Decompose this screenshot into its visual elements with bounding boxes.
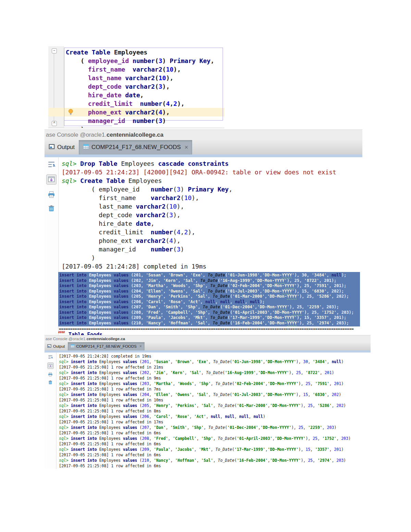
console-output-line: [2017-09-05 21:24:28] completed in 19ms bbox=[59, 354, 351, 359]
selected-sql-line: insert into Employees values (202, 'Jim'… bbox=[59, 278, 360, 284]
code-block-outline-edge bbox=[64, 120, 64, 126]
tab-table-label: COMP214_F17_68.NEW_FOODS bbox=[91, 144, 181, 151]
console-title-prefix: ase Console @oracle1. bbox=[46, 132, 107, 138]
output-console-icon bbox=[47, 344, 51, 349]
fold-end-icon[interactable]: ^ bbox=[52, 121, 57, 126]
console-tabbar: Output COMP214_F17_68.NEW_FOODS × bbox=[45, 342, 371, 351]
selected-sql-line: insert into Employees values (207, 'Dan'… bbox=[59, 305, 360, 310]
console-output-line: [2017-09-05 21:25:08] 1 row affected in … bbox=[59, 452, 351, 458]
console-tabbar: Output COMP214_F17_68.NEW_FOODS × bbox=[45, 140, 362, 155]
console-divider-strip bbox=[45, 350, 371, 352]
console-output-line: sql> insert into Employees values (210, … bbox=[59, 458, 351, 463]
editor-code-line: ) bbox=[66, 125, 214, 128]
editor-code-line: dept_code varchar2(3), bbox=[66, 82, 214, 91]
selected-sql-line: insert into Employees values (208, 'Fred… bbox=[59, 310, 360, 316]
editor-code-line: last_name varchar2(10), bbox=[66, 74, 214, 82]
selected-insert-statements[interactable]: insert into Employees values (201, 'Susa… bbox=[58, 272, 360, 326]
console-output-line: [2017-09-05 21:25:08] 1 row affected in … bbox=[59, 463, 351, 469]
database-console-small: ase Console @oracle1.centennialcollege.c… bbox=[45, 335, 371, 469]
console-output-line: [2017-09-05 21:25:08] 1 row affected in … bbox=[59, 408, 351, 414]
console-title: ase Console @oracle1.centennialcollege.c… bbox=[45, 130, 362, 140]
output-separator: ========================================… bbox=[59, 327, 354, 331]
scroll-to-end-icon[interactable] bbox=[46, 174, 57, 185]
console-output[interactable]: sql> Drop Table Employees cascade constr… bbox=[58, 159, 336, 271]
selected-sql-line: insert into Employees values (205, 'Henr… bbox=[59, 294, 360, 299]
console-output-line: ) bbox=[62, 253, 336, 262]
console-output-line: sql> insert into Employees values (203, … bbox=[59, 381, 351, 386]
console-output-line: credit_limit number(4,2), bbox=[62, 228, 336, 236]
console-output-line: sql> insert into Employees values (207, … bbox=[59, 425, 351, 430]
console-output-line: ( employee_id number(3) Primary Key, bbox=[62, 185, 336, 194]
console-output-line: sql> insert into Employees values (204, … bbox=[59, 392, 351, 397]
console-output-line: sql> insert into Employees values (208, … bbox=[59, 436, 351, 441]
table-grid-icon bbox=[71, 344, 75, 349]
console-output-line: [2017-09-05 21:25:08] 1 row affected in … bbox=[59, 419, 351, 425]
console-output[interactable]: [2017-09-05 21:24:28] completed in 19mss… bbox=[56, 354, 351, 469]
editor-code-line: first_name varchar2(10), bbox=[66, 65, 214, 74]
output-console-icon bbox=[49, 144, 55, 151]
console-title-prefix: ase Console @oracle1. bbox=[46, 337, 87, 341]
print-icon[interactable] bbox=[48, 191, 55, 198]
console-output-line: manager_id number(3) bbox=[62, 245, 336, 253]
console-output-line: last_name varchar2(10), bbox=[62, 202, 336, 211]
console-output-line: sql> insert into Employees values (209, … bbox=[59, 447, 351, 452]
tab-table-newfoods[interactable]: COMP214_F17_68.NEW_FOODS × bbox=[68, 342, 145, 350]
clear-trash-icon[interactable] bbox=[48, 205, 55, 212]
editor-code[interactable]: Create Table Employees ( employee_id num… bbox=[66, 48, 214, 128]
tab-table-newfoods[interactable]: COMP214_F17_68.NEW_FOODS × bbox=[79, 140, 192, 154]
row-marker: #### bbox=[58, 331, 65, 334]
console-output-line: phone_ext varchar2(4), bbox=[62, 236, 336, 245]
console-output-line: sql> insert into Employees values (202, … bbox=[59, 370, 351, 375]
clear-trash-icon[interactable] bbox=[48, 380, 53, 385]
tab-output-label: Output bbox=[57, 144, 75, 151]
console-output-line: [2017-09-05 21:25:08] 1 row affected in … bbox=[59, 375, 351, 381]
editor-code-line: manager_id number(3) bbox=[66, 116, 214, 125]
selected-sql-line: insert into Employees values (204, 'Elle… bbox=[59, 289, 360, 294]
editor-code-line: Create Table Employees bbox=[66, 48, 214, 57]
editor-code-line: phone_ext varchar2(4), bbox=[66, 108, 214, 116]
console-output-line: [2017-09-05 21:24:28] completed in 19ms bbox=[62, 262, 336, 271]
scroll-to-end-icon[interactable] bbox=[47, 362, 54, 369]
console-title-host: centennialcollege.ca bbox=[87, 337, 125, 341]
sql-editor[interactable]: − ^ Create Table Employees ( employee_id… bbox=[48, 46, 224, 128]
fold-collapse-icon[interactable]: − bbox=[52, 48, 57, 53]
console-output-line: first_name varchar2(10), bbox=[62, 194, 336, 202]
console-output-line: [2017-09-05 21:25:08] 1 row affected in … bbox=[59, 430, 351, 436]
console-output-line: [2017-09-05 21:25:08] 1 row affected in … bbox=[59, 397, 351, 403]
soft-wrap-icon[interactable] bbox=[48, 355, 53, 359]
console-output-line: hire_date date, bbox=[62, 219, 336, 228]
selected-sql-line: insert into Employees values (209, 'Paul… bbox=[59, 315, 360, 321]
console-toolbar bbox=[45, 352, 57, 469]
close-icon[interactable]: × bbox=[185, 144, 188, 151]
selected-sql-line: insert into Employees values (203, 'Mart… bbox=[59, 283, 360, 289]
console-title-host: centennialcollege.ca bbox=[107, 132, 163, 138]
console-toolbar bbox=[45, 157, 59, 335]
editor-code-line: ( employee_id number(3) Primary Key, bbox=[66, 57, 214, 65]
tab-output[interactable]: Output bbox=[45, 140, 79, 154]
tab-output-label: Output bbox=[53, 344, 65, 348]
tab-table-label: COMP214_F17_68.NEW_FOODS bbox=[76, 344, 137, 348]
console-output-line: [2017-09-05 21:25:08] 1 row affected in … bbox=[59, 386, 351, 392]
console-output-line: sql> insert into Employees values (206, … bbox=[59, 414, 351, 419]
selected-sql-line: insert into Employees values (206, 'Caro… bbox=[59, 299, 360, 305]
console-output-line: dept_code varchar2(3), bbox=[62, 211, 336, 219]
selected-sql-line: insert into Employees values (201, 'Susa… bbox=[59, 273, 360, 278]
console-output-line: [2017-09-05 21:25:08] 1 row affected in … bbox=[59, 441, 351, 447]
console-output-line: [2017-09-05 21:24:23] [42000][942] ORA-0… bbox=[62, 168, 336, 176]
page: { "editor": { "fold_top": "−", "fold_bot… bbox=[0, 0, 411, 532]
console-output-line: sql> insert into Employees values (205, … bbox=[59, 403, 351, 408]
print-icon[interactable] bbox=[48, 372, 53, 377]
console-divider-strip bbox=[45, 154, 362, 157]
console-output-line: [2017-09-05 21:25:08] 1 row affected in … bbox=[59, 364, 351, 370]
close-icon[interactable]: × bbox=[139, 344, 142, 349]
database-console: ase Console @oracle1.centennialcollege.c… bbox=[45, 129, 362, 335]
editor-code-line: credit_limit number(4,2), bbox=[66, 99, 214, 108]
editor-code-line: hire_date date, bbox=[66, 91, 214, 99]
selected-sql-line: insert into Employees values (210, 'Nanc… bbox=[59, 321, 360, 326]
tab-output[interactable]: Output bbox=[45, 342, 68, 350]
console-output-line: sql> insert into Employees values (201, … bbox=[59, 359, 351, 364]
clipped-code-line: Table Foods bbox=[68, 332, 158, 335]
console-title: ase Console @oracle1.centennialcollege.c… bbox=[45, 335, 371, 343]
soft-wrap-icon[interactable] bbox=[48, 161, 55, 168]
console-output-line: sql> Drop Table Employees cascade constr… bbox=[62, 159, 336, 168]
